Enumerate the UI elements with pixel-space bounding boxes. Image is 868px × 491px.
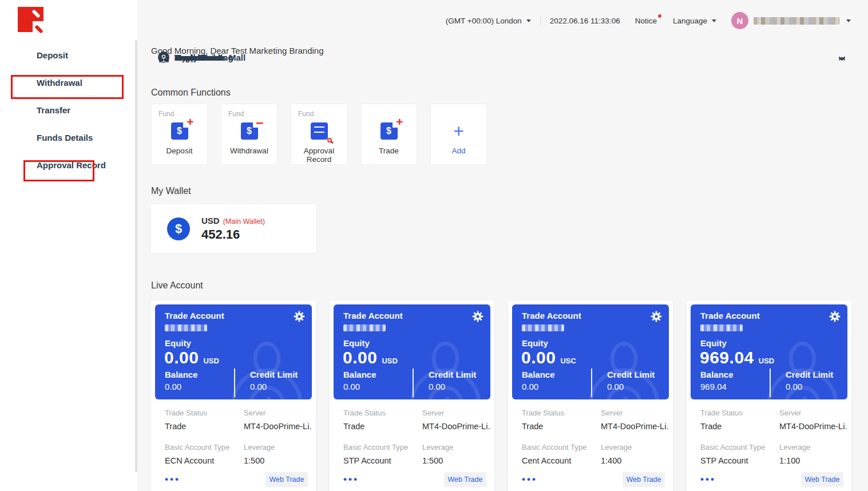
user-menu[interactable]: N [731, 12, 851, 29]
timezone-label: (GMT +00:00) London [446, 17, 522, 25]
balance-value: 0.00 [522, 382, 555, 391]
sidebar-item-label: Transfer [37, 105, 114, 115]
gear-icon[interactable] [472, 311, 483, 322]
leverage-label: Leverage [601, 443, 668, 452]
web-trade-button[interactable]: Web Trade [444, 472, 486, 487]
wallet-currency: USD [201, 216, 220, 225]
magnifier-icon [327, 138, 332, 142]
credit-limit-label: Credit Limit [250, 370, 298, 379]
equity-currency: USD [382, 357, 397, 365]
account-number-redacted [165, 324, 207, 331]
equity-currency: USD [203, 357, 219, 365]
trade-status-value: Trade [522, 422, 601, 431]
more-actions-button[interactable]: ••• [700, 474, 716, 485]
leverage-label: Leverage [244, 443, 311, 452]
sidebar-item-label: Withdrawal [37, 78, 114, 88]
gear-icon[interactable] [829, 311, 841, 322]
gear-icon[interactable] [294, 311, 305, 322]
trade-status-value: Trade [700, 422, 779, 431]
main-content: (GMT +00:00) London 2022.06.16 11:33:06 … [137, 0, 868, 491]
panel-divider [591, 369, 592, 397]
function-category [438, 110, 486, 118]
more-actions-button[interactable]: ••• [165, 474, 180, 485]
function-category [368, 110, 417, 118]
sidebar-item-news-room[interactable]: News Room [137, 41, 868, 73]
wallet-card[interactable]: $ USD(Main Wallet) 452.16 [151, 204, 316, 253]
sidebar-item-funds-details[interactable]: Funds Details [0, 124, 137, 151]
svg-text:4: 4 [796, 392, 808, 399]
web-trade-button[interactable]: Web Trade [623, 472, 665, 487]
deposit-plus-icon: + [171, 122, 188, 140]
leverage-value: 1:100 [779, 456, 847, 465]
credit-limit-value: 0.00 [607, 382, 655, 391]
leverage-label: Leverage [779, 443, 847, 452]
account-number-redacted [343, 324, 386, 331]
function-card-withdrawal[interactable]: Fund − Withdrawal [221, 104, 278, 165]
leverage-value: 1:400 [601, 456, 668, 465]
language-selector[interactable]: Language [673, 17, 716, 25]
sidebar-item-approval-record[interactable]: Approval Record [0, 151, 137, 179]
more-actions-button[interactable]: ••• [522, 474, 537, 485]
balance-value: 0.00 [165, 382, 198, 391]
equity-label: Equity [700, 338, 727, 348]
wallet-amount: 452.16 [201, 227, 265, 242]
equity-label: Equity [522, 338, 548, 348]
equity-currency: USC [560, 357, 576, 365]
function-card-deposit[interactable]: Fund + Deposit [151, 104, 208, 165]
server-value: MT4-DooPrime-Li... [244, 422, 311, 431]
balance-label: Balance [522, 370, 555, 379]
server-value: MT4-DooPrime-Li... [779, 422, 847, 431]
trade-status-label: Trade Status [700, 409, 779, 417]
server-value: MT4-DooPrime-Li... [601, 422, 668, 431]
account-summary-panel: 4 Trade Account Equity 0.00 USC Balance [512, 304, 669, 399]
news-icon [158, 52, 169, 63]
sidebar-item-transfer[interactable]: Transfer [0, 96, 137, 124]
function-card-add[interactable]: + Add [430, 104, 487, 165]
language-label: Language [673, 17, 707, 25]
trade-status-value: Trade [165, 422, 244, 431]
timezone-selector[interactable]: (GMT +00:00) London [446, 17, 531, 25]
sidebar-item-withdrawal[interactable]: Withdrawal [0, 69, 137, 96]
username-redacted [754, 17, 839, 25]
equity-label: Equity [165, 338, 191, 348]
function-card-trade[interactable]: + Trade [360, 104, 417, 165]
function-card-approval-record[interactable]: Fund Approval Record [291, 104, 347, 165]
sidebar-scrollbar[interactable] [135, 40, 137, 472]
function-category: Fund [298, 110, 347, 118]
account-type-label: Basic Account Type [165, 443, 244, 452]
web-trade-button[interactable]: Web Trade [801, 472, 843, 487]
more-actions-button[interactable]: ••• [343, 474, 359, 485]
equity-value: 0.00 [521, 348, 556, 367]
gear-icon[interactable] [651, 311, 662, 322]
trade-account-title: Trade Account [522, 311, 581, 320]
sidebar-item-deposit[interactable]: Deposit [0, 41, 137, 69]
add-plus-icon: + [450, 122, 467, 140]
account-number-redacted [700, 324, 743, 331]
equity-value: 0.00 [343, 348, 377, 367]
avatar: N [731, 12, 748, 29]
account-summary-panel: 4 Trade Account Equity 969.04 USD Balanc… [691, 304, 847, 399]
svg-text:4: 4 [439, 392, 451, 399]
datetime-label: 2022.06.16 11:33:06 [550, 17, 620, 25]
common-functions-row: Fund + Deposit Fund − Withdrawal Fund Ap… [151, 104, 868, 165]
function-label: Deposit [152, 146, 207, 155]
server-label: Server [422, 409, 490, 417]
chevron-down-icon [846, 19, 851, 22]
leverage-value: 1:500 [422, 456, 490, 465]
web-trade-button[interactable]: Web Trade [265, 472, 308, 487]
account-summary-panel: 4 Trade Account Equity 0.00 USD Balance [334, 304, 490, 399]
sidebar-nav: Home $ Fund Deposit Withdrawal Transfer … [0, 41, 137, 179]
chevron-down-icon [712, 19, 716, 22]
server-label: Server [601, 409, 668, 417]
account-type-value: ECN Account [165, 456, 244, 465]
function-label: Add [431, 146, 486, 155]
function-label: Withdrawal [221, 146, 277, 155]
trade-account-card: 4 Trade Account Equity 0.00 USD Balance [151, 300, 316, 491]
credit-limit-label: Credit Limit [607, 370, 655, 379]
function-label: Trade [361, 146, 417, 155]
notice-link[interactable]: Notice [635, 17, 657, 25]
app-window: Home $ Fund Deposit Withdrawal Transfer … [0, 0, 868, 491]
trade-status-value: Trade [343, 422, 422, 431]
main-wallet-tag: (Main Wallet) [223, 217, 265, 225]
equity-value: 0.00 [164, 348, 199, 367]
